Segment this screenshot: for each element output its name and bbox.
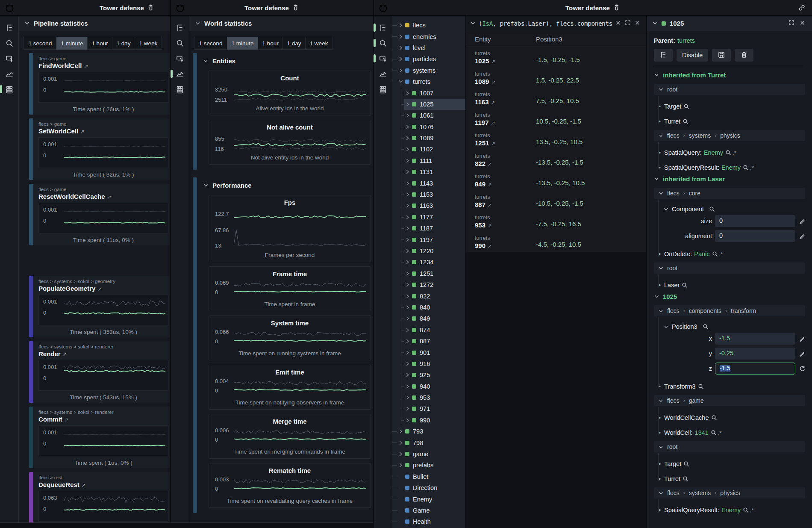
tree-item-940[interactable]: 940 <box>392 381 465 392</box>
tree-item-971[interactable]: 971 <box>392 403 465 414</box>
table-row[interactable]: turrets1025↗ -1.5, -0.25, -1.5 <box>466 47 646 68</box>
inherit-group-header[interactable]: inherited from Turret <box>654 71 805 79</box>
section-header[interactable]: Performance <box>193 177 371 195</box>
close-icon[interactable] <box>800 20 805 27</box>
tree-item-1143[interactable]: 1143 <box>392 177 465 189</box>
system-title[interactable]: PopulateGeometry↗ <box>38 285 102 292</box>
table-row[interactable]: turrets990↗ -4.5, -0.25, 10.5 <box>466 232 646 252</box>
tree-item-1153[interactable]: 1153 <box>392 189 465 200</box>
tree-item-systems[interactable]: systems <box>392 65 465 76</box>
field-input-z[interactable]: -1.5 <box>715 363 795 375</box>
search-icon[interactable] <box>5 38 14 47</box>
tab-1-hour[interactable]: 1 hour <box>87 37 112 50</box>
edit-icon[interactable] <box>799 336 805 342</box>
search-icon[interactable] <box>378 38 388 47</box>
tree-item-840[interactable]: 840 <box>392 302 465 313</box>
tab-1-week[interactable]: 1 week <box>305 37 332 50</box>
tab-1-day[interactable]: 1 day <box>282 37 306 50</box>
tree-item-887[interactable]: 887 <box>392 336 465 347</box>
system-title[interactable]: Commit↗ <box>38 416 69 423</box>
section-path[interactable]: root <box>654 84 805 95</box>
disable-button[interactable]: Disable <box>677 49 708 62</box>
system-title[interactable]: DequeueRest↗ <box>38 481 86 488</box>
tab-1-minute[interactable]: 1 minute <box>56 37 88 50</box>
system-title[interactable]: SetWorldCell↗ <box>38 127 85 135</box>
tree-item-1251[interactable]: 1251 <box>392 268 465 279</box>
tree-item-enemies[interactable]: enemies <box>392 31 465 42</box>
tree-view-button[interactable] <box>654 49 673 62</box>
table-row[interactable]: turrets953↗ -7.5, -0.25, 16.5 <box>466 211 646 232</box>
table-row[interactable]: turrets849↗ -13.5, -0.25, 10.5 <box>466 170 646 191</box>
chevron-down-icon[interactable] <box>652 21 658 26</box>
section-path[interactable]: root <box>654 263 805 274</box>
pipeline-icon[interactable] <box>378 85 388 94</box>
tree-item-1187[interactable]: 1187 <box>392 223 465 234</box>
component-item-Target[interactable]: Target <box>664 460 805 467</box>
tab-1-second[interactable]: 1 second <box>24 37 57 50</box>
component-item-OnDelete[interactable]: OnDelete:Panic,* <box>664 251 805 257</box>
component-item-Transform3[interactable]: Transform3 <box>664 383 805 390</box>
tree-item-1234[interactable]: 1234 <box>392 257 465 268</box>
system-title[interactable]: ResetWorldCellCache↗ <box>38 193 112 200</box>
tree-item-1163[interactable]: 1163 <box>392 200 465 211</box>
inherit-group-header[interactable]: 1025 <box>654 293 805 300</box>
system-title[interactable]: FindWorldCell↗ <box>38 62 88 69</box>
panel-header-pipeline[interactable]: Pipeline statistics <box>19 16 170 31</box>
tree-item-874[interactable]: 874 <box>392 324 465 336</box>
table-row[interactable]: turrets1251↗ 13.5, -0.25, 10.5 <box>466 129 646 150</box>
component-item-Target[interactable]: Target <box>664 103 805 110</box>
component-item-Turret[interactable]: Turret <box>664 118 805 125</box>
tree-item-1197[interactable]: 1197 <box>392 234 465 245</box>
field-input-alignment[interactable]: 0 <box>715 230 795 242</box>
tree-item-Direction[interactable]: Direction <box>392 482 465 493</box>
tree-item-turrets[interactable]: turrets <box>392 76 465 87</box>
tab-1-day[interactable]: 1 day <box>112 37 135 50</box>
tree-item-flecs[interactable]: flecs <box>392 20 465 31</box>
tree-icon[interactable] <box>378 23 388 32</box>
component-Component[interactable]: Component <box>663 206 805 212</box>
tab-1-minute[interactable]: 1 minute <box>227 37 258 50</box>
tree-item-916[interactable]: 916 <box>392 358 465 369</box>
inspector-icon[interactable] <box>5 54 14 63</box>
inspector-icon[interactable] <box>175 54 185 63</box>
system-title[interactable]: Render↗ <box>38 350 67 357</box>
tree-item-1076[interactable]: 1076 <box>392 121 465 133</box>
tree-item-1089[interactable]: 1089 <box>392 133 465 144</box>
tree-item-901[interactable]: 901 <box>392 347 465 358</box>
tree-item-level[interactable]: level <box>392 42 465 53</box>
tree-item-1061[interactable]: 1061 <box>392 110 465 121</box>
tree-item-particles[interactable]: particles <box>392 53 465 65</box>
table-row[interactable]: turrets1089↗ 1.5, -0.25, 22.5 <box>466 68 646 88</box>
section-path[interactable]: flecs›core <box>654 188 805 199</box>
tree-icon[interactable] <box>175 23 185 32</box>
field-input-y[interactable]: -0.25 <box>715 348 795 360</box>
inherit-group-header[interactable]: inherited from Laser <box>654 175 805 183</box>
tree-item-1025[interactable]: 1025 <box>392 99 465 110</box>
tree-item-Enemy[interactable]: Enemy <box>392 493 465 504</box>
component-item-SpatialQueryResult[interactable]: SpatialQueryResult:Enemy,* <box>664 164 805 171</box>
tab-1-week[interactable]: 1 week <box>135 37 162 50</box>
component-item-WorldCell[interactable]: WorldCell:1341,* <box>664 429 805 436</box>
edit-icon[interactable] <box>799 351 805 357</box>
tree-item-prefabs[interactable]: prefabs <box>392 460 465 471</box>
tree-item-1177[interactable]: 1177 <box>392 212 465 223</box>
tree-item-1272[interactable]: 1272 <box>392 279 465 290</box>
field-input-size[interactable]: 0 <box>715 215 795 227</box>
tab-1-second[interactable]: 1 second <box>194 37 227 50</box>
tree-item-game[interactable]: game <box>392 448 465 460</box>
section-path[interactable]: root <box>654 441 805 452</box>
edit-icon[interactable] <box>799 233 805 239</box>
close-icon[interactable] <box>635 20 640 27</box>
tree-item-798[interactable]: 798 <box>392 437 465 448</box>
tree-item-822[interactable]: 822 <box>392 290 465 301</box>
component-item-WorldCellCache[interactable]: WorldCellCache <box>664 414 805 421</box>
component-item-SpatialQueryResult[interactable]: SpatialQueryResult:Enemy,* <box>664 507 805 513</box>
tree-item-925[interactable]: 925 <box>392 369 465 381</box>
link-icon[interactable] <box>798 4 805 13</box>
tree-item-1111[interactable]: 1111 <box>392 155 465 166</box>
tree-item-Game[interactable]: Game <box>392 505 465 516</box>
table-row[interactable]: turrets822↗ -13.5, -0.25, -1.5 <box>466 150 646 170</box>
chevron-down-icon[interactable] <box>470 21 476 26</box>
pipeline-icon[interactable] <box>5 85 14 94</box>
tree-item-1220[interactable]: 1220 <box>392 245 465 257</box>
